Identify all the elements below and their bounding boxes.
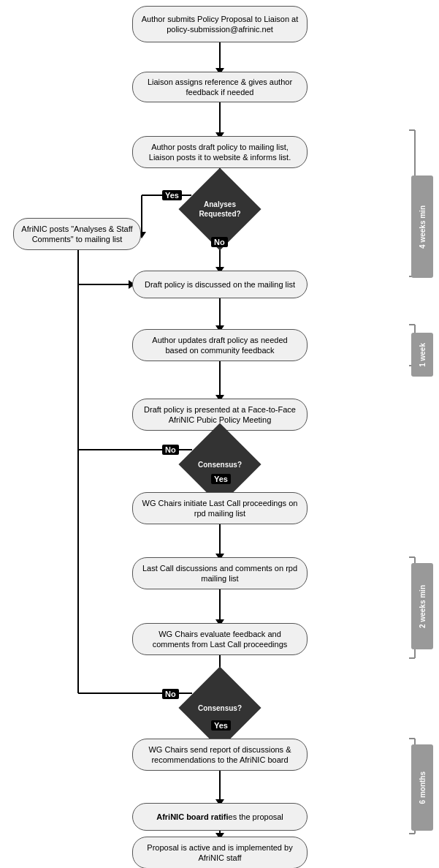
flowchart: Author submits Policy Proposal to Liaiso… — [0, 0, 439, 868]
box-author-posts-draft: Author posts draft policy to mailing lis… — [132, 136, 308, 168]
no-label-analyses: No — [211, 237, 228, 247]
bracket-1-week: 1 week — [411, 333, 433, 377]
box-afrinic-posts-analyses: AfriNIC posts "Analyses & Staff Comments… — [13, 218, 141, 250]
yes-label-analyses: Yes — [162, 190, 182, 200]
box-wg-chairs-evaluate: WG Chairs evaluate feedback and comments… — [132, 623, 308, 655]
no-label-consensus-1: No — [162, 445, 179, 455]
bracket-2-weeks: 2 weeks min — [411, 563, 433, 649]
diamond-consensus-2: Consensus? — [191, 679, 249, 737]
box-last-call-discussions: Last Call discussions and comments on rp… — [132, 557, 308, 589]
no-label-consensus-2: No — [162, 689, 179, 699]
box-wg-chairs-last-call: WG Chairs initiate Last Call proceedings… — [132, 492, 308, 524]
box-author-updates: Author updates draft policy as needed ba… — [132, 329, 308, 361]
box-wg-chairs-report: WG Chairs send report of discussions & r… — [132, 739, 308, 771]
diamond-analyses-requested: Analyses Requested? — [191, 180, 249, 238]
box-submit-proposal: Author submits Policy Proposal to Liaiso… — [132, 6, 308, 42]
diamond-consensus-1: Consensus? — [191, 435, 249, 494]
bracket-6-months: 6 months — [411, 744, 433, 831]
bracket-4-weeks: 4 weeks min — [411, 176, 433, 278]
box-proposal-active: Proposal is active and is implemented by… — [132, 837, 308, 868]
box-liaison-reference: Liaison assigns reference & gives author… — [132, 72, 308, 102]
box-draft-discussed: Draft policy is discussed on the mailing… — [132, 271, 308, 298]
box-afrinic-board-ratifies: AfriNIC board ratifies the proposal — [132, 803, 308, 831]
